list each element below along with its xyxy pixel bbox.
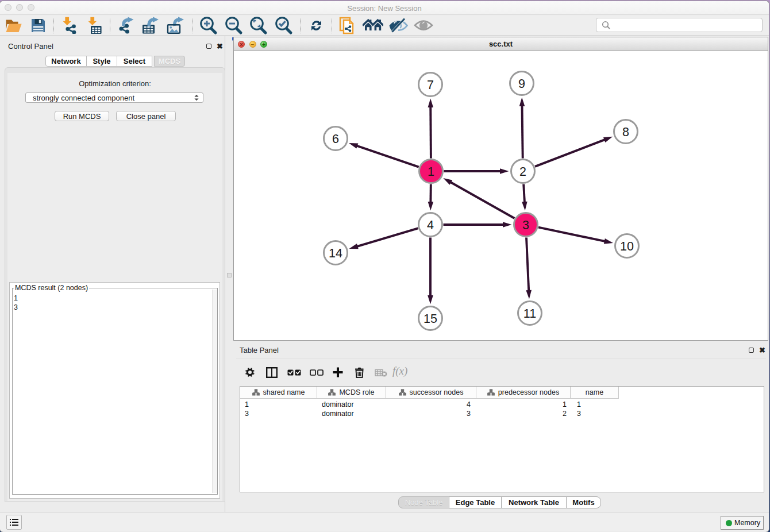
svg-text:11: 11 <box>523 307 536 321</box>
svg-text:10: 10 <box>620 240 634 253</box>
svg-text:3: 3 <box>522 218 529 232</box>
svg-text:14: 14 <box>329 246 342 260</box>
svg-text:7: 7 <box>427 78 434 92</box>
svg-text:1: 1 <box>428 165 434 179</box>
svg-text:2: 2 <box>519 165 526 179</box>
svg-text:9: 9 <box>518 77 525 91</box>
svg-text:15: 15 <box>424 312 437 326</box>
svg-text:4: 4 <box>427 218 434 232</box>
svg-text:6: 6 <box>332 132 339 146</box>
svg-text:8: 8 <box>622 125 629 139</box>
